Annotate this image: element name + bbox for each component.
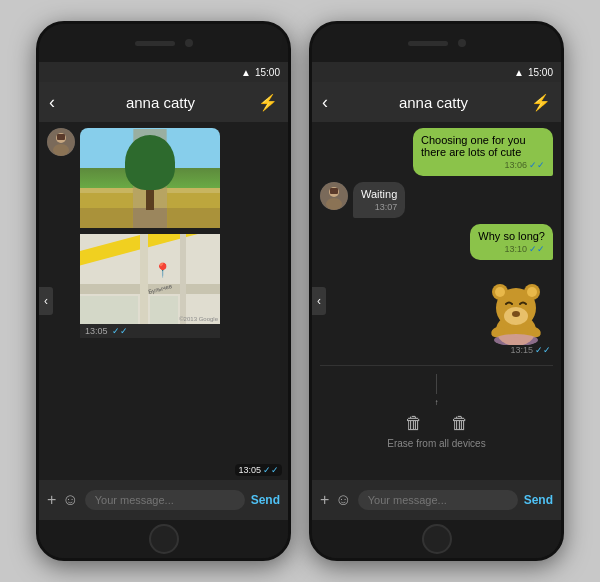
msg-row-sticker: 13:15 ✓✓ bbox=[320, 270, 553, 355]
time-left: 15:00 bbox=[255, 67, 280, 78]
app-header-left: ‹ anna catty ⚡ bbox=[39, 82, 288, 122]
sticker-message[interactable]: 13:15 ✓✓ bbox=[478, 270, 553, 355]
back-button-right[interactable]: ‹ bbox=[322, 92, 328, 113]
trash-icon-1[interactable]: 🗑 bbox=[405, 413, 423, 434]
camera-right bbox=[458, 39, 466, 47]
nav-arrow-left[interactable]: ‹ bbox=[39, 287, 53, 315]
bubble-time-1: 13:06 ✓✓ bbox=[421, 160, 545, 170]
chat-area-left: ‹ bbox=[39, 122, 288, 480]
msg-row-green: Choosing one for you there are lots of c… bbox=[320, 128, 553, 176]
chat-area-right: ‹ Choosing one for you there are lots of… bbox=[312, 122, 561, 480]
svg-point-15 bbox=[512, 311, 520, 317]
svg-point-11 bbox=[495, 287, 505, 297]
back-button-left[interactable]: ‹ bbox=[49, 92, 55, 113]
emoji-icon-right[interactable]: ☺ bbox=[335, 491, 351, 509]
bezel-top-left bbox=[39, 24, 288, 62]
msg-row-map: 📍 ©2013 Google Булычев 13:05 ✓✓ bbox=[80, 234, 280, 338]
delete-area: ↑ 🗑 🗑 Erase from all devices bbox=[320, 365, 553, 453]
contact-name-right: anna catty bbox=[336, 94, 531, 111]
action-icon-right[interactable]: ⚡ bbox=[531, 93, 551, 112]
emoji-icon-left[interactable]: ☺ bbox=[62, 491, 78, 509]
avatar-them-left bbox=[47, 128, 75, 156]
bezel-top-right bbox=[312, 24, 561, 62]
status-bar-left: ▲ 15:00 bbox=[39, 62, 288, 82]
image-time: 13:05 ✓✓ bbox=[235, 464, 282, 476]
action-icon-left[interactable]: ⚡ bbox=[258, 93, 278, 112]
msg-row-waiting: Waiting 13:07 bbox=[320, 182, 553, 218]
home-button-right[interactable] bbox=[422, 524, 452, 554]
trash-icon-2[interactable]: 🗑 bbox=[451, 413, 469, 434]
svg-point-13 bbox=[527, 287, 537, 297]
bubble-sent-2[interactable]: Why so long? 13:10 ✓✓ bbox=[470, 224, 553, 260]
wifi-icon: ▲ bbox=[241, 67, 251, 78]
svg-rect-7 bbox=[330, 188, 338, 194]
bubble-time-2: 13:10 ✓✓ bbox=[478, 244, 545, 254]
image-message[interactable]: 13:05 ✓✓ bbox=[80, 128, 220, 228]
phone-left: ▲ 15:00 ‹ anna catty ⚡ ‹ bbox=[36, 21, 291, 561]
wifi-icon-right: ▲ bbox=[514, 67, 524, 78]
msg-row-image: 13:05 ✓✓ bbox=[47, 128, 280, 228]
phone-right: ▲ 15:00 ‹ anna catty ⚡ ‹ Choosing one fo… bbox=[309, 21, 564, 561]
map-time: 13:05 bbox=[85, 326, 108, 336]
bubble-sent-1[interactable]: Choosing one for you there are lots of c… bbox=[413, 128, 553, 176]
sticker-time: 13:15 ✓✓ bbox=[510, 345, 551, 355]
bubble-text-waiting: Waiting bbox=[361, 188, 397, 200]
send-button-left[interactable]: Send bbox=[251, 493, 280, 507]
message-input-right[interactable] bbox=[358, 490, 518, 510]
svg-point-2 bbox=[53, 144, 69, 156]
bezel-bottom-left bbox=[39, 520, 288, 558]
delete-icons-row: 🗑 🗑 bbox=[405, 413, 469, 434]
message-input-left[interactable] bbox=[85, 490, 245, 510]
delete-label: Erase from all devices bbox=[387, 438, 485, 449]
status-bar-right: ▲ 15:00 bbox=[312, 62, 561, 82]
svg-point-6 bbox=[326, 198, 342, 210]
nav-arrow-right[interactable]: ‹ bbox=[312, 287, 326, 315]
msg-row-why: Why so long? 13:10 ✓✓ bbox=[320, 224, 553, 260]
contact-name-left: anna catty bbox=[63, 94, 258, 111]
send-button-right[interactable]: Send bbox=[524, 493, 553, 507]
bubble-text-2: Why so long? bbox=[478, 230, 545, 242]
plus-icon-left[interactable]: + bbox=[47, 491, 56, 509]
time-right: 15:00 bbox=[528, 67, 553, 78]
svg-rect-3 bbox=[57, 134, 65, 140]
bezel-bottom-right bbox=[312, 520, 561, 558]
home-button-left[interactable] bbox=[149, 524, 179, 554]
camera bbox=[185, 39, 193, 47]
speaker bbox=[135, 41, 175, 46]
bubble-time-waiting: 13:07 bbox=[361, 202, 397, 212]
avatar-them-right bbox=[320, 182, 348, 210]
input-bar-left: + ☺ Send bbox=[39, 480, 288, 520]
app-header-right: ‹ anna catty ⚡ bbox=[312, 82, 561, 122]
plus-icon-right[interactable]: + bbox=[320, 491, 329, 509]
map-message[interactable]: 📍 ©2013 Google Булычев 13:05 ✓✓ bbox=[80, 234, 220, 338]
bubble-text-1: Choosing one for you there are lots of c… bbox=[421, 134, 526, 158]
bubble-received-waiting[interactable]: Waiting 13:07 bbox=[353, 182, 405, 218]
input-bar-right: + ☺ Send bbox=[312, 480, 561, 520]
speaker-right bbox=[408, 41, 448, 46]
